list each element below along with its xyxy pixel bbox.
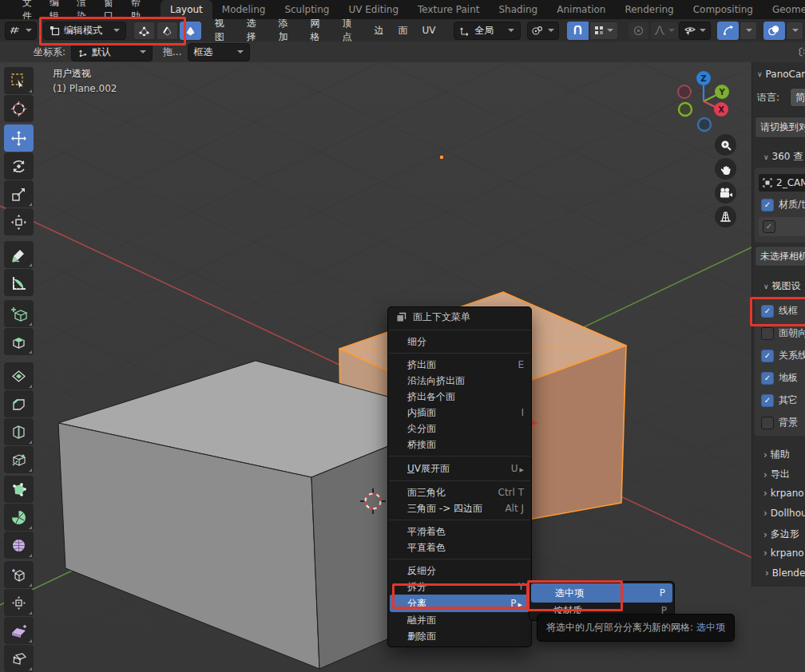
tool-shrink-fatten[interactable]: [4, 589, 34, 616]
menu-help[interactable]: 帮助: [122, 0, 149, 19]
tool-randomize[interactable]: [4, 561, 34, 588]
tool-shear[interactable]: [4, 617, 34, 644]
panel-view-settings-header[interactable]: 视图设: [763, 279, 801, 293]
menu-item-extrude-faces[interactable]: 挤出面E: [388, 357, 531, 373]
floor-checkbox[interactable]: [761, 372, 774, 385]
menu-vertex[interactable]: 顶点: [335, 19, 367, 42]
menu-item-shade-smooth[interactable]: 平滑着色: [388, 524, 531, 540]
menu-item-poke-faces[interactable]: 尖分面: [388, 421, 531, 437]
zoom-button[interactable]: [715, 134, 736, 156]
menu-edit[interactable]: 编辑: [41, 0, 68, 19]
tab-layout[interactable]: Layout: [161, 0, 212, 19]
tool-inset-faces[interactable]: [4, 362, 34, 389]
overlays-dropdown[interactable]: [786, 22, 803, 40]
menu-item-separate[interactable]: 分离 P: [390, 595, 529, 612]
menu-item-bridge-faces[interactable]: 桥接面: [388, 437, 531, 453]
camera-object-field[interactable]: 2_CAM: [759, 174, 805, 192]
edge-select-button[interactable]: [157, 22, 178, 40]
gizmo-x-neg[interactable]: [678, 85, 691, 98]
default-orientation-dropdown[interactable]: 默认: [71, 43, 153, 61]
drag-mode-dropdown[interactable]: 框选: [188, 43, 250, 61]
menu-mesh[interactable]: 网格: [303, 19, 335, 42]
tool-tweak-select[interactable]: [4, 67, 34, 94]
vertex-select-button[interactable]: [133, 22, 155, 40]
pivot-point-dropdown[interactable]: [527, 22, 559, 40]
panel-krpano2-header[interactable]: krpano: [763, 547, 804, 559]
no-camera-button[interactable]: 未选择相机: [755, 246, 805, 267]
menu-item-shade-flat[interactable]: 平直着色: [388, 540, 531, 555]
panel-blender-header[interactable]: Blende: [765, 567, 805, 579]
camera-view-button[interactable]: [715, 182, 736, 204]
tool-cursor[interactable]: [4, 95, 34, 122]
face-select-button[interactable]: [180, 22, 201, 40]
other-checkbox[interactable]: [761, 394, 774, 407]
tab-texture-paint[interactable]: Texture Paint: [408, 0, 489, 19]
pan-button[interactable]: [715, 158, 736, 180]
menu-uv[interactable]: UV: [414, 19, 442, 42]
menu-item-inset-faces[interactable]: 内插面I: [388, 405, 531, 421]
material-world-checkbox[interactable]: [761, 199, 774, 211]
tab-geometry-nodes[interactable]: Geometry Nodes: [763, 0, 805, 19]
menu-item-delete-faces[interactable]: 删除面: [388, 628, 531, 644]
tab-compositing[interactable]: Compositing: [684, 0, 763, 19]
tool-annotate[interactable]: [4, 241, 34, 268]
gizmo-dropdown[interactable]: [740, 22, 757, 40]
menu-item-uv-unwrap[interactable]: UV展开面 U: [388, 460, 531, 477]
menu-item-subdivide[interactable]: 细分: [388, 334, 531, 350]
snap-target-dropdown[interactable]: [589, 22, 618, 40]
tool-extrude-region[interactable]: [4, 328, 34, 355]
tool-spin[interactable]: [4, 504, 34, 531]
sub-option-checkbox[interactable]: [763, 220, 775, 233]
transform-orientation-dropdown[interactable]: 全局: [454, 22, 521, 40]
show-gizmo-button[interactable]: [717, 22, 739, 40]
panel-export-header[interactable]: 导出: [763, 468, 790, 481]
tool-measure[interactable]: [4, 269, 34, 296]
background-checkbox[interactable]: [761, 417, 774, 429]
panel-polygon-header[interactable]: 多边形: [763, 528, 799, 541]
navigation-gizmo[interactable]: Z Y X: [675, 68, 739, 136]
gizmo-y-neg[interactable]: [679, 103, 692, 116]
tool-scale[interactable]: [4, 180, 34, 208]
switch-button[interactable]: 请切换到对: [755, 117, 805, 138]
tool-smooth[interactable]: [4, 532, 34, 559]
snap-toggle-button[interactable]: [567, 22, 589, 40]
menu-add[interactable]: 添加: [272, 19, 303, 42]
tab-rendering[interactable]: Rendering: [615, 0, 683, 19]
panel-krpano-header[interactable]: krpano: [763, 488, 804, 499]
tool-bevel[interactable]: [4, 390, 34, 417]
panel-assist-header[interactable]: 辅助: [763, 448, 790, 461]
menu-item-unsubdivide[interactable]: 反细分: [388, 563, 531, 579]
panel-360-header[interactable]: 360 查: [763, 150, 803, 164]
tool-transform[interactable]: [4, 208, 34, 235]
menu-window[interactable]: 窗口: [95, 0, 122, 19]
menu-item-triangulate[interactable]: 面三角化Ctrl T: [388, 484, 531, 500]
tool-add-cube[interactable]: [4, 300, 34, 327]
tool-knife[interactable]: [4, 446, 34, 473]
tab-animation[interactable]: Animation: [547, 0, 615, 19]
tool-rip-region[interactable]: [4, 645, 34, 672]
menu-item-extrude-along-normals[interactable]: 沿法向挤出面: [388, 373, 531, 389]
menu-item-split[interactable]: 拆分Y: [388, 579, 531, 595]
menu-item-tris-to-quads[interactable]: 三角面 -> 四边面Alt J: [388, 500, 531, 516]
face-orientation-checkbox[interactable]: [761, 327, 774, 340]
tab-shading[interactable]: Shading: [489, 0, 547, 19]
gizmo-z-neg[interactable]: [698, 118, 711, 131]
relationship-lines-checkbox[interactable]: [761, 350, 774, 362]
tool-move[interactable]: [4, 125, 34, 152]
proportional-edit-button[interactable]: [628, 22, 649, 40]
tool-rotate[interactable]: [4, 152, 34, 180]
language-select[interactable]: 简: [790, 88, 805, 107]
menu-face[interactable]: 面: [391, 19, 414, 42]
falloff-dropdown[interactable]: [650, 22, 679, 40]
menu-item-extrude-individual[interactable]: 挤出各个面: [388, 389, 531, 405]
object-visibility-dropdown[interactable]: [679, 22, 711, 40]
submenu-item-selection[interactable]: 选中项 P: [531, 583, 672, 603]
projection-toggle-button[interactable]: [715, 206, 736, 227]
mode-dropdown[interactable]: 编辑模式: [43, 22, 126, 40]
tool-poly-build[interactable]: [4, 476, 34, 503]
menu-render[interactable]: 渲染: [68, 0, 95, 19]
menu-item-dissolve-faces[interactable]: 融并面: [388, 612, 531, 628]
panel-dollhouse-header[interactable]: Dollhou: [763, 508, 805, 519]
wireframe-checkbox[interactable]: [761, 305, 774, 318]
menu-edge[interactable]: 边: [367, 19, 391, 42]
